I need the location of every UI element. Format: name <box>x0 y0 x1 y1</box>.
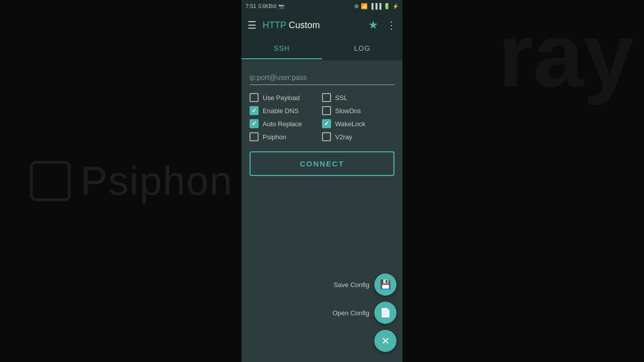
tab-log[interactable]: LOG <box>322 38 403 59</box>
option-psiphon[interactable]: Psiphon <box>250 132 322 141</box>
tabs-container: SSH LOG <box>242 38 403 60</box>
app-bar-icons: ★ ⋮ <box>368 19 396 32</box>
open-config-label: Open Config <box>333 309 369 317</box>
star-button[interactable]: ★ <box>368 19 378 32</box>
label-enable-dns: Enable DNS <box>263 107 299 115</box>
option-use-payload[interactable]: Use Payload <box>250 93 322 102</box>
option-auto-replace[interactable]: Auto Replace <box>250 119 322 128</box>
title-http: HTTP <box>263 20 286 30</box>
options-grid: Use Payload SSL Enable DNS SlowDns Auto … <box>250 93 394 141</box>
checkbox-v2ray[interactable] <box>322 132 331 141</box>
option-wakelock[interactable]: WakeLock <box>322 119 394 128</box>
checkbox-psiphon[interactable] <box>250 132 259 141</box>
right-overlay <box>403 0 644 362</box>
tab-ssh[interactable]: SSH <box>242 38 322 59</box>
fab-area: Save Config 💾 Open Config 📄 ✕ <box>333 274 396 352</box>
save-config-label: Save Config <box>334 281 369 289</box>
label-ssl: SSL <box>335 94 348 102</box>
save-icon: 💾 <box>380 279 391 290</box>
option-v2ray[interactable]: V2ray <box>322 132 394 141</box>
connect-button[interactable]: CONNECT <box>250 151 394 176</box>
option-enable-dns[interactable]: Enable DNS <box>250 106 322 115</box>
video-icon: 📷 <box>278 4 284 9</box>
open-icon: 📄 <box>380 307 391 318</box>
app-bar: ☰ HTTP Custom ★ ⋮ <box>242 12 403 38</box>
label-v2ray: V2ray <box>335 133 352 141</box>
signal-icon: ▐▐▐ <box>370 3 381 9</box>
checkbox-slowdns[interactable] <box>322 106 331 115</box>
close-icon: ✕ <box>381 335 390 347</box>
checkbox-enable-dns[interactable] <box>250 106 259 115</box>
bluetooth-icon: ⊛ <box>354 3 359 10</box>
more-button[interactable]: ⋮ <box>386 19 396 31</box>
main-content: Use Payload SSL Enable DNS SlowDns Auto … <box>242 60 403 362</box>
checkbox-ssl[interactable] <box>322 93 331 102</box>
charge-icon: ⚡ <box>392 4 398 9</box>
status-bar: 7:51 0.6KB/d 📷 ⊛ 📶 ▐▐▐ 🔋 ⚡ <box>242 0 403 12</box>
save-config-button[interactable]: 💾 <box>374 274 396 296</box>
status-left: 7:51 0.6KB/d 📷 <box>246 3 284 9</box>
left-overlay <box>0 0 242 362</box>
title-rest: Custom <box>286 20 320 30</box>
option-ssl[interactable]: SSL <box>322 93 394 102</box>
checkbox-use-payload[interactable] <box>250 93 259 102</box>
label-auto-replace: Auto Replace <box>263 120 302 128</box>
status-time: 7:51 <box>246 3 256 9</box>
battery-icon: 🔋 <box>383 3 390 10</box>
app-title: HTTP Custom <box>263 20 362 31</box>
option-slowdns[interactable]: SlowDns <box>322 106 394 115</box>
save-config-item: Save Config 💾 <box>334 274 396 296</box>
checkbox-wakelock[interactable] <box>322 119 331 128</box>
wifi-icon: 📶 <box>361 3 368 10</box>
ssh-input[interactable] <box>250 70 394 85</box>
status-data: 0.6KB/d <box>258 4 276 9</box>
label-wakelock: WakeLock <box>335 120 365 128</box>
menu-button[interactable]: ☰ <box>248 19 257 31</box>
label-slowdns: SlowDns <box>335 107 361 115</box>
checkbox-auto-replace[interactable] <box>250 119 259 128</box>
close-fab-button[interactable]: ✕ <box>374 330 396 352</box>
label-psiphon: Psiphon <box>263 133 286 141</box>
label-use-payload: Use Payload <box>263 94 300 102</box>
phone-frame: 7:51 0.6KB/d 📷 ⊛ 📶 ▐▐▐ 🔋 ⚡ ☰ HTTP Custom… <box>242 0 403 362</box>
status-right: ⊛ 📶 ▐▐▐ 🔋 ⚡ <box>354 3 398 10</box>
open-config-button[interactable]: 📄 <box>374 302 396 324</box>
open-config-item: Open Config 📄 <box>333 302 396 324</box>
